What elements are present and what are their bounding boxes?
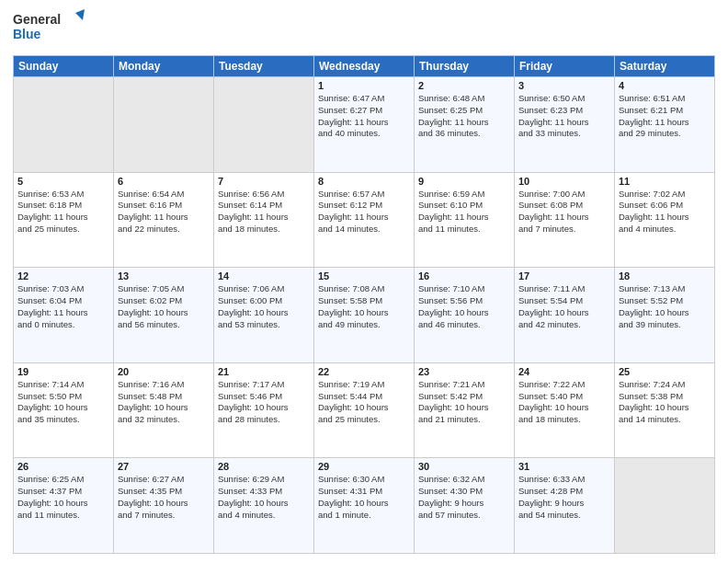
calendar-cell: 13Sunrise: 7:05 AM Sunset: 6:02 PM Dayli… xyxy=(114,268,214,363)
day-info: Sunrise: 7:19 AM Sunset: 5:44 PM Dayligh… xyxy=(318,379,410,426)
day-info: Sunrise: 7:16 AM Sunset: 5:48 PM Dayligh… xyxy=(118,379,210,426)
svg-marker-2 xyxy=(75,9,85,20)
day-info: Sunrise: 7:11 AM Sunset: 5:54 PM Dayligh… xyxy=(518,283,610,330)
svg-text:Blue: Blue xyxy=(13,27,41,41)
calendar-cell: 24Sunrise: 7:22 AM Sunset: 5:40 PM Dayli… xyxy=(515,362,615,458)
day-info: Sunrise: 6:53 AM Sunset: 6:18 PM Dayligh… xyxy=(17,189,109,236)
day-number: 27 xyxy=(118,461,210,472)
calendar-cell: 2Sunrise: 6:48 AM Sunset: 6:25 PM Daylig… xyxy=(415,77,515,173)
day-number: 11 xyxy=(619,176,711,187)
calendar-cell: 20Sunrise: 7:16 AM Sunset: 5:48 PM Dayli… xyxy=(114,362,214,458)
day-info: Sunrise: 6:54 AM Sunset: 6:16 PM Dayligh… xyxy=(118,189,210,236)
day-info: Sunrise: 7:13 AM Sunset: 5:52 PM Dayligh… xyxy=(619,283,711,330)
calendar-week-row: 1Sunrise: 6:47 AM Sunset: 6:27 PM Daylig… xyxy=(14,77,715,173)
day-info: Sunrise: 6:30 AM Sunset: 4:31 PM Dayligh… xyxy=(318,474,410,521)
day-info: Sunrise: 7:06 AM Sunset: 6:00 PM Dayligh… xyxy=(218,283,310,330)
day-info: Sunrise: 7:24 AM Sunset: 5:38 PM Dayligh… xyxy=(619,379,711,426)
calendar-cell: 7Sunrise: 6:56 AM Sunset: 6:14 PM Daylig… xyxy=(214,172,314,268)
calendar-cell: 23Sunrise: 7:21 AM Sunset: 5:42 PM Dayli… xyxy=(415,362,515,458)
calendar-cell: 11Sunrise: 7:02 AM Sunset: 6:06 PM Dayli… xyxy=(615,172,715,268)
day-number: 23 xyxy=(418,366,510,377)
calendar-week-row: 5Sunrise: 6:53 AM Sunset: 6:18 PM Daylig… xyxy=(14,172,715,268)
day-info: Sunrise: 6:47 AM Sunset: 6:27 PM Dayligh… xyxy=(318,93,410,140)
weekday-header-friday: Friday xyxy=(515,56,615,77)
day-info: Sunrise: 6:59 AM Sunset: 6:10 PM Dayligh… xyxy=(418,189,510,236)
calendar-cell xyxy=(14,77,114,173)
day-number: 2 xyxy=(418,80,510,91)
svg-text:General: General xyxy=(13,12,61,27)
calendar-week-row: 12Sunrise: 7:03 AM Sunset: 6:04 PM Dayli… xyxy=(14,268,715,363)
day-info: Sunrise: 7:02 AM Sunset: 6:06 PM Dayligh… xyxy=(619,189,711,236)
day-number: 28 xyxy=(218,461,310,472)
day-info: Sunrise: 6:32 AM Sunset: 4:30 PM Dayligh… xyxy=(418,474,510,521)
day-number: 20 xyxy=(118,366,210,377)
day-number: 24 xyxy=(518,366,610,377)
day-number: 14 xyxy=(218,270,310,282)
calendar-cell: 28Sunrise: 6:29 AM Sunset: 4:33 PM Dayli… xyxy=(214,458,314,554)
day-number: 25 xyxy=(619,366,711,377)
weekday-header-saturday: Saturday xyxy=(615,56,715,77)
day-info: Sunrise: 7:17 AM Sunset: 5:46 PM Dayligh… xyxy=(218,379,310,426)
weekday-header-wednesday: Wednesday xyxy=(314,56,415,77)
calendar-cell: 10Sunrise: 7:00 AM Sunset: 6:08 PM Dayli… xyxy=(515,172,615,268)
day-info: Sunrise: 6:51 AM Sunset: 6:21 PM Dayligh… xyxy=(619,93,711,140)
page-header: General Blue xyxy=(13,9,715,50)
calendar-cell: 9Sunrise: 6:59 AM Sunset: 6:10 PM Daylig… xyxy=(415,172,515,268)
calendar-cell xyxy=(114,77,214,173)
day-number: 31 xyxy=(518,461,610,472)
calendar-table: SundayMondayTuesdayWednesdayThursdayFrid… xyxy=(13,55,715,554)
weekday-header-monday: Monday xyxy=(114,56,214,77)
day-info: Sunrise: 6:33 AM Sunset: 4:28 PM Dayligh… xyxy=(518,474,610,521)
day-number: 29 xyxy=(318,461,410,472)
day-info: Sunrise: 7:00 AM Sunset: 6:08 PM Dayligh… xyxy=(518,189,610,236)
day-number: 17 xyxy=(518,270,610,282)
logo-svg: General Blue xyxy=(13,9,86,50)
calendar-cell xyxy=(615,458,715,554)
day-info: Sunrise: 6:29 AM Sunset: 4:33 PM Dayligh… xyxy=(218,474,310,521)
calendar-cell: 27Sunrise: 6:27 AM Sunset: 4:35 PM Dayli… xyxy=(114,458,214,554)
weekday-header-tuesday: Tuesday xyxy=(214,56,314,77)
weekday-header-sunday: Sunday xyxy=(14,56,114,77)
day-number: 9 xyxy=(418,176,510,187)
calendar-cell: 16Sunrise: 7:10 AM Sunset: 5:56 PM Dayli… xyxy=(415,268,515,363)
calendar-cell: 25Sunrise: 7:24 AM Sunset: 5:38 PM Dayli… xyxy=(615,362,715,458)
day-number: 30 xyxy=(418,461,510,472)
calendar-cell: 1Sunrise: 6:47 AM Sunset: 6:27 PM Daylig… xyxy=(314,77,415,173)
calendar-cell: 17Sunrise: 7:11 AM Sunset: 5:54 PM Dayli… xyxy=(515,268,615,363)
weekday-header-thursday: Thursday xyxy=(415,56,515,77)
day-info: Sunrise: 6:57 AM Sunset: 6:12 PM Dayligh… xyxy=(318,189,410,236)
calendar-cell xyxy=(214,77,314,173)
day-info: Sunrise: 6:56 AM Sunset: 6:14 PM Dayligh… xyxy=(218,189,310,236)
calendar-cell: 19Sunrise: 7:14 AM Sunset: 5:50 PM Dayli… xyxy=(14,362,114,458)
day-info: Sunrise: 7:05 AM Sunset: 6:02 PM Dayligh… xyxy=(118,283,210,330)
day-number: 12 xyxy=(17,270,109,282)
day-info: Sunrise: 7:14 AM Sunset: 5:50 PM Dayligh… xyxy=(17,379,109,426)
calendar-header: SundayMondayTuesdayWednesdayThursdayFrid… xyxy=(14,56,715,77)
calendar-page: General Blue SundayMondayTuesdayWednesda… xyxy=(0,0,728,563)
day-number: 10 xyxy=(518,176,610,187)
calendar-cell: 21Sunrise: 7:17 AM Sunset: 5:46 PM Dayli… xyxy=(214,362,314,458)
calendar-cell: 6Sunrise: 6:54 AM Sunset: 6:16 PM Daylig… xyxy=(114,172,214,268)
day-number: 22 xyxy=(318,366,410,377)
day-number: 1 xyxy=(318,80,410,91)
calendar-cell: 22Sunrise: 7:19 AM Sunset: 5:44 PM Dayli… xyxy=(314,362,415,458)
day-number: 15 xyxy=(318,270,410,282)
day-number: 19 xyxy=(17,366,109,377)
day-number: 13 xyxy=(118,270,210,282)
logo: General Blue xyxy=(13,9,86,50)
day-number: 7 xyxy=(218,176,310,187)
day-info: Sunrise: 6:48 AM Sunset: 6:25 PM Dayligh… xyxy=(418,93,510,140)
calendar-cell: 29Sunrise: 6:30 AM Sunset: 4:31 PM Dayli… xyxy=(314,458,415,554)
calendar-week-row: 26Sunrise: 6:25 AM Sunset: 4:37 PM Dayli… xyxy=(14,458,715,554)
day-number: 8 xyxy=(318,176,410,187)
day-info: Sunrise: 6:25 AM Sunset: 4:37 PM Dayligh… xyxy=(17,474,109,521)
calendar-cell: 14Sunrise: 7:06 AM Sunset: 6:00 PM Dayli… xyxy=(214,268,314,363)
calendar-cell: 12Sunrise: 7:03 AM Sunset: 6:04 PM Dayli… xyxy=(14,268,114,363)
day-info: Sunrise: 7:21 AM Sunset: 5:42 PM Dayligh… xyxy=(418,379,510,426)
calendar-cell: 31Sunrise: 6:33 AM Sunset: 4:28 PM Dayli… xyxy=(515,458,615,554)
day-number: 26 xyxy=(17,461,109,472)
calendar-cell: 3Sunrise: 6:50 AM Sunset: 6:23 PM Daylig… xyxy=(515,77,615,173)
day-number: 3 xyxy=(518,80,610,91)
day-info: Sunrise: 7:10 AM Sunset: 5:56 PM Dayligh… xyxy=(418,283,510,330)
calendar-cell: 4Sunrise: 6:51 AM Sunset: 6:21 PM Daylig… xyxy=(615,77,715,173)
